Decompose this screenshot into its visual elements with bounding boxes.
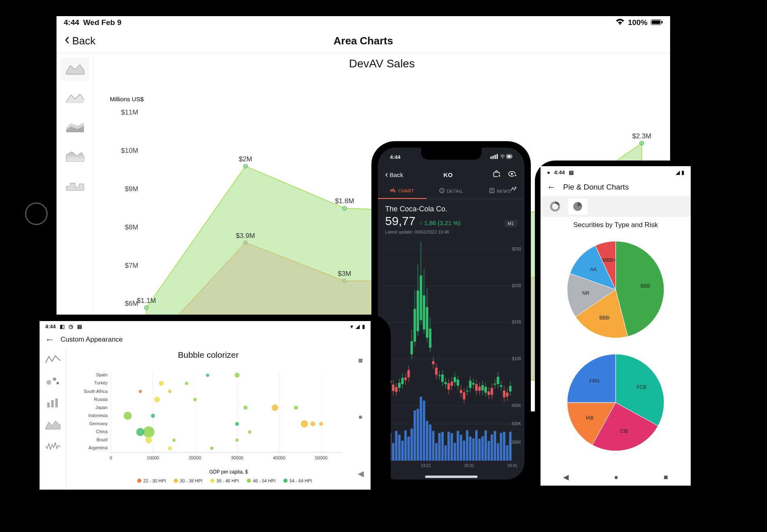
tab-chart[interactable]: CHART — [378, 183, 427, 199]
svg-rect-182 — [503, 432, 505, 461]
page-title: Area Charts — [333, 35, 393, 47]
svg-rect-100 — [444, 382, 447, 384]
svg-text:Japan: Japan — [95, 405, 107, 410]
svg-rect-94 — [435, 368, 438, 375]
watchlist-add-icon[interactable] — [508, 170, 517, 179]
tab-label: DETAIL — [447, 189, 463, 194]
svg-rect-102 — [447, 383, 450, 390]
home-indicator[interactable] — [425, 476, 478, 478]
svg-text:22 - 30 HPI: 22 - 30 HPI — [143, 478, 166, 483]
sidebar-item-gradient-area[interactable] — [61, 144, 89, 168]
battery-icon: ▮ — [681, 169, 684, 175]
back-arrow-icon[interactable]: ← — [547, 182, 556, 192]
svg-text:Russia: Russia — [94, 397, 108, 402]
svg-point-19 — [243, 164, 247, 168]
nav-triangle-icon[interactable]: ◀ — [358, 469, 364, 478]
svg-rect-199 — [47, 403, 50, 407]
svg-text:20000: 20000 — [189, 455, 201, 460]
svg-point-228 — [168, 446, 172, 450]
svg-rect-148 — [398, 435, 400, 461]
svg-rect-172 — [472, 438, 475, 461]
svg-text:$11M: $11M — [121, 108, 138, 116]
sidebar-item-line1[interactable] — [61, 86, 89, 110]
svg-text:50000: 50000 — [315, 455, 327, 460]
svg-text:AA: AA — [590, 267, 597, 272]
back-button[interactable]: ‹ Back — [385, 169, 403, 180]
back-arrow-icon[interactable]: ← — [45, 334, 54, 345]
nav-square-icon[interactable]: ■ — [358, 356, 363, 365]
svg-rect-157 — [426, 421, 428, 461]
tab-pie[interactable] — [568, 198, 587, 215]
briefcase-add-icon[interactable] — [493, 170, 501, 179]
svg-rect-201 — [55, 398, 58, 407]
nav-home-icon[interactable]: ● — [614, 473, 618, 482]
svg-rect-38 — [507, 155, 511, 158]
bubble-sidebar — [40, 348, 66, 490]
svg-rect-138 — [503, 390, 505, 397]
svg-point-234 — [136, 428, 145, 436]
svg-rect-86 — [423, 295, 425, 329]
pie-phone-frame: ● 4:44 ▤ ◢ ▮ ← Pie & Donut Charts Securi… — [535, 161, 696, 491]
home-button-ring[interactable] — [25, 202, 48, 225]
svg-rect-114 — [466, 391, 468, 392]
svg-text:Germany: Germany — [89, 421, 108, 426]
svg-text:Brazil: Brazil — [96, 437, 108, 442]
svg-point-252 — [174, 479, 178, 483]
svg-text:$10M: $10M — [121, 147, 138, 154]
stock-chart[interactable]: $100$150$200$250300K600K900K 19:1119:211… — [378, 237, 524, 473]
svg-rect-180 — [497, 443, 499, 461]
svg-point-230 — [185, 382, 188, 385]
stock-navbar: ‹ Back KO — [378, 166, 524, 183]
svg-point-258 — [283, 479, 287, 483]
svg-rect-90 — [429, 329, 432, 348]
svg-rect-174 — [478, 439, 481, 461]
svg-point-0 — [620, 23, 621, 25]
svg-rect-184 — [509, 432, 511, 461]
svg-text:IAB: IAB — [586, 415, 593, 421]
svg-rect-132 — [494, 384, 496, 384]
svg-point-254 — [210, 479, 214, 483]
bubble-chart-svg[interactable]: SpainTurkeySouth AfricaRussiaJapanIndone… — [66, 362, 350, 490]
share-icon[interactable] — [510, 186, 517, 195]
chart-title: Bubble colorizer — [66, 350, 350, 360]
interval-pill[interactable]: M1 — [505, 220, 517, 227]
svg-rect-112 — [463, 392, 465, 399]
x-axis-label: GDP per capita, $ — [210, 469, 248, 475]
svg-text:China: China — [96, 429, 108, 434]
sidebar-item-stacked-area[interactable] — [61, 115, 89, 139]
signal-icon: ◢ — [356, 323, 360, 330]
svg-rect-150 — [404, 430, 407, 461]
sidebar-item-line[interactable] — [42, 349, 64, 369]
pie-status-bar: ● 4:44 ▤ ◢ ▮ — [541, 166, 691, 178]
svg-rect-84 — [420, 275, 422, 320]
svg-rect-147 — [395, 431, 398, 461]
svg-point-219 — [235, 373, 239, 378]
sidebar-item-area2[interactable] — [42, 415, 64, 434]
svg-text:Turkey: Turkey — [94, 380, 108, 385]
sidebar-item-area[interactable] — [61, 57, 89, 81]
nav-back-icon[interactable]: ◀ — [563, 473, 569, 482]
sidebar-item-bubble[interactable] — [42, 371, 64, 390]
pie-chart-bottom[interactable]: FCBCIBIABFRN — [555, 346, 676, 459]
nav-recent-icon[interactable]: ■ — [664, 473, 668, 482]
svg-rect-35 — [497, 154, 498, 159]
svg-rect-70 — [398, 383, 400, 388]
pie-chart-top[interactable]: BBBBBB-NRAAMBB+ — [555, 233, 676, 346]
tab-detail[interactable]: DETAIL — [427, 183, 476, 199]
svg-rect-39 — [512, 156, 513, 157]
svg-rect-160 — [435, 443, 438, 461]
back-button[interactable]: Back — [65, 35, 95, 47]
sidebar-item-bar[interactable] — [42, 393, 64, 412]
nav-circle-icon[interactable]: ● — [358, 412, 363, 421]
svg-rect-32 — [490, 156, 492, 159]
sidebar-item-spark[interactable] — [42, 436, 64, 456]
svg-text:300K: 300K — [511, 440, 521, 444]
svg-rect-142 — [509, 386, 511, 392]
chart-title: Securities by Type and Risk — [573, 221, 658, 229]
tab-donut[interactable] — [545, 198, 565, 215]
sidebar-item-step-area[interactable] — [61, 173, 89, 197]
svg-text:FCB: FCB — [637, 384, 646, 390]
svg-point-233 — [235, 422, 239, 426]
svg-rect-169 — [463, 440, 465, 461]
bubble-phone-screen: 4:44 ◧ ◷ ▤ ▾ ◢ ▮ ← Custom Appearance — [40, 321, 371, 490]
